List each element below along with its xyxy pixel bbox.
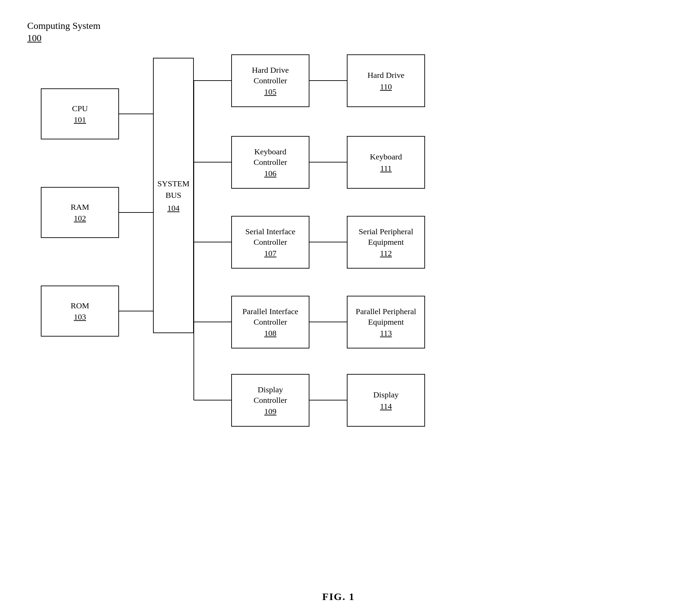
ram-number: 102 [74, 214, 86, 223]
system-name: Computing System [27, 20, 100, 31]
display-box: Display 114 [347, 374, 425, 427]
hd-label: Hard Drive [368, 70, 405, 81]
parallel-interface-controller-box: Parallel InterfaceController 108 [231, 296, 309, 348]
parallel-peripheral-equipment-box: Parallel PeripheralEquipment 113 [347, 296, 425, 348]
display-controller-box: DisplayController 109 [231, 374, 309, 427]
hard-drive-box: Hard Drive 110 [347, 54, 425, 107]
keyboard-box: Keyboard 111 [347, 136, 425, 189]
hard-drive-controller-box: Hard DriveController 105 [231, 54, 309, 107]
sic-number: 107 [264, 249, 276, 258]
ram-box: RAM 102 [41, 187, 119, 238]
rom-box: ROM 103 [41, 286, 119, 337]
cpu-label: CPU [72, 103, 88, 114]
hdc-number: 105 [264, 87, 276, 97]
diagram: Computing System 100 [20, 20, 656, 564]
dc-label: DisplayController [254, 384, 287, 406]
cpu-box: CPU 101 [41, 88, 119, 139]
ram-label: RAM [71, 202, 89, 212]
system-number: 100 [27, 33, 100, 44]
pic-number: 108 [264, 329, 276, 338]
system-bus-label: SYSTEMBUS [157, 178, 190, 201]
ppe-label: Parallel PeripheralEquipment [356, 306, 416, 327]
keyboard-controller-box: KeyboardController 106 [231, 136, 309, 189]
kb-label: Keyboard [370, 152, 402, 162]
spe-number: 112 [380, 249, 392, 258]
hdc-label: Hard DriveController [252, 65, 289, 86]
hd-number: 110 [380, 82, 392, 91]
serial-peripheral-equipment-box: Serial PeripheralEquipment 112 [347, 216, 425, 269]
system-bus-number: 104 [167, 204, 180, 213]
system-bus-box: SYSTEMBUS 104 [153, 58, 194, 333]
ppe-number: 113 [380, 329, 392, 338]
serial-interface-controller-box: Serial InterfaceController 107 [231, 216, 309, 269]
spe-label: Serial PeripheralEquipment [359, 226, 413, 247]
rom-number: 103 [74, 312, 86, 322]
disp-label: Display [373, 390, 399, 400]
kbc-label: KeyboardController [254, 147, 287, 168]
kbc-number: 106 [264, 169, 276, 178]
rom-label: ROM [71, 301, 89, 311]
dc-number: 109 [264, 407, 276, 416]
figure-caption: FIG. 1 [322, 591, 355, 602]
cpu-number: 101 [74, 115, 86, 124]
sic-label: Serial InterfaceController [245, 226, 295, 247]
kb-number: 111 [380, 164, 392, 173]
disp-number: 114 [380, 402, 392, 411]
pic-label: Parallel InterfaceController [242, 306, 299, 327]
title-area: Computing System 100 [27, 20, 100, 44]
